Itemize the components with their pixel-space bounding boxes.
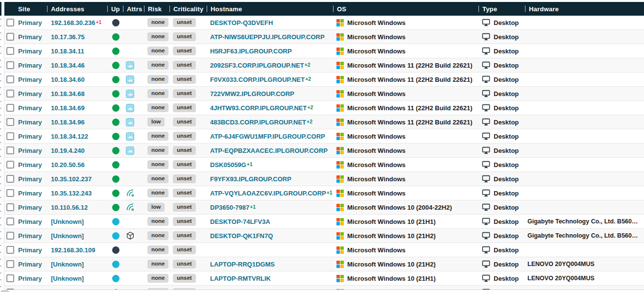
hostname-extra-count: +2 bbox=[307, 119, 312, 124]
site-link[interactable]: Primary bbox=[17, 147, 42, 154]
row-checkbox[interactable] bbox=[6, 47, 14, 55]
address-link[interactable]: 10.18.34.60 bbox=[51, 76, 85, 83]
criticality-badge: unset bbox=[173, 217, 196, 226]
row-checkbox[interactable] bbox=[6, 90, 14, 97]
row-checkbox[interactable] bbox=[6, 118, 14, 126]
address-link[interactable]: 10.18.34.46 bbox=[51, 62, 85, 69]
row-checkbox[interactable] bbox=[6, 33, 14, 41]
row-checkbox[interactable] bbox=[6, 189, 14, 197]
address-link[interactable]: 192.168.30.109 bbox=[51, 246, 95, 254]
address-link[interactable]: [Unknown] bbox=[51, 275, 84, 282]
row-checkbox[interactable] bbox=[6, 175, 14, 183]
address-link[interactable]: 10.35.132.243 bbox=[51, 190, 92, 197]
attrs-cell bbox=[123, 215, 144, 228]
site-link[interactable]: Primary bbox=[17, 90, 42, 97]
hostname-link[interactable]: DESKTOP-QK1FN7Q bbox=[210, 232, 273, 240]
hostname-link[interactable]: ATP-6J4FGWU1MFP.IPLGROUP.CORP bbox=[210, 133, 325, 140]
address-link[interactable]: 10.110.56.12 bbox=[51, 204, 88, 211]
row-checkbox[interactable] bbox=[6, 218, 14, 225]
hostname-link[interactable]: F9YFX93.IPLGROUP.CORP bbox=[210, 175, 291, 183]
hostname-link[interactable]: LAPTOP-RMTVRLIK bbox=[210, 275, 271, 282]
windows-logo-icon bbox=[336, 147, 344, 154]
up-status-dot-icon bbox=[112, 204, 119, 211]
address-link[interactable]: 10.18.34.96 bbox=[51, 119, 85, 126]
column-header-os-label[interactable]: OS bbox=[333, 5, 346, 13]
hostname-link[interactable]: 483BCD3.CORP.IPLGROUP.NET bbox=[210, 119, 306, 126]
hostname-link[interactable]: ATP-NIWS6UEPPJU.IPLGROUP.CORP bbox=[210, 33, 325, 41]
hostname-link[interactable]: LAPTOP-RRQ1DGMS bbox=[210, 261, 275, 268]
hostname-link[interactable]: ATP-EQPBZXAACEC.IPLGROUP.CORP bbox=[210, 147, 328, 154]
hostname-link[interactable]: F0VX033.CORP.IPLGROUP.NET bbox=[210, 76, 305, 83]
hostname-link[interactable]: DESKTOP-Q3DVEFH bbox=[210, 19, 273, 26]
site-link[interactable]: Primary bbox=[17, 218, 42, 225]
address-link[interactable]: [Unknown] bbox=[51, 218, 84, 225]
column-header-site-label[interactable]: Site bbox=[17, 5, 30, 13]
hostname-link[interactable]: H5RJF63.IPLGROUP.CORP bbox=[210, 48, 292, 55]
up-cell bbox=[107, 172, 123, 186]
row-checkbox[interactable] bbox=[6, 146, 14, 154]
column-header-addresses-label[interactable]: Addresses bbox=[47, 5, 84, 13]
criticality-badge: unset bbox=[173, 118, 196, 126]
row-checkbox[interactable] bbox=[6, 161, 14, 169]
hostname-link[interactable]: DP3650-7987 bbox=[210, 204, 249, 211]
row-checkbox[interactable] bbox=[6, 75, 14, 83]
column-header-hostname-label[interactable]: Hostname bbox=[207, 5, 242, 13]
address-link[interactable]: 10.18.34.122 bbox=[51, 133, 88, 140]
hostname-link[interactable]: DESKTOP-74LFV3A bbox=[210, 218, 270, 225]
row-select-cell bbox=[4, 44, 17, 58]
row-checkbox[interactable] bbox=[6, 132, 14, 140]
table-row: Primary 10.18.34.122 ☁ none unset ATP-6J… bbox=[4, 129, 644, 144]
row-checkbox[interactable] bbox=[6, 274, 14, 282]
address-link[interactable]: 10.18.34.69 bbox=[51, 104, 85, 112]
site-link[interactable]: Primary bbox=[17, 261, 42, 268]
site-link[interactable]: Primary bbox=[17, 204, 42, 211]
column-header-hardware-label[interactable]: Hardware bbox=[525, 5, 559, 13]
column-header-type-label[interactable]: Type bbox=[478, 5, 497, 13]
criticality-badge: unset bbox=[173, 260, 196, 268]
hostname-link[interactable]: 722VMW2.IPLGROUP.CORP bbox=[210, 90, 294, 97]
site-link[interactable]: Primary bbox=[17, 133, 42, 140]
site-link[interactable]: Primary bbox=[17, 175, 42, 183]
row-checkbox[interactable] bbox=[6, 246, 14, 254]
address-link[interactable]: 10.20.50.56 bbox=[51, 161, 85, 169]
address-link[interactable]: [Unknown] bbox=[51, 261, 84, 268]
row-checkbox[interactable] bbox=[6, 260, 14, 268]
row-checkbox[interactable] bbox=[6, 61, 14, 69]
row-checkbox[interactable] bbox=[6, 19, 14, 26]
attrs-cell bbox=[123, 200, 144, 214]
site-link[interactable]: Primary bbox=[17, 232, 42, 240]
column-header-risk-label[interactable]: Risk bbox=[144, 5, 162, 13]
address-link[interactable]: [Unknown] bbox=[51, 232, 84, 240]
hostname-link[interactable]: 2092SF3.CORP.IPLGROUP.NET bbox=[210, 62, 304, 69]
site-link[interactable]: Primary bbox=[17, 275, 42, 282]
column-header-attrs-label[interactable]: Attrs bbox=[123, 5, 142, 13]
column-header-type: Type bbox=[478, 2, 525, 16]
site-link[interactable]: Primary bbox=[17, 76, 42, 83]
site-link[interactable]: Primary bbox=[17, 62, 42, 69]
row-checkbox[interactable] bbox=[6, 104, 14, 112]
criticality-cell: unset bbox=[169, 172, 207, 186]
address-link[interactable]: 10.35.102.237 bbox=[51, 175, 92, 183]
site-link[interactable]: Primary bbox=[17, 104, 42, 112]
site-link[interactable]: Primary bbox=[17, 161, 42, 169]
site-link[interactable]: Primary bbox=[17, 19, 42, 26]
site-link[interactable]: Primary bbox=[17, 33, 42, 41]
column-header-criticality-label[interactable]: Criticality bbox=[169, 5, 203, 13]
hostname-link[interactable]: DSK05059G bbox=[210, 161, 246, 169]
row-checkbox[interactable] bbox=[6, 232, 14, 240]
site-link[interactable]: Primary bbox=[17, 190, 42, 197]
address-link[interactable]: 10.18.34.68 bbox=[51, 90, 85, 97]
hostname-link[interactable]: ATP-VQYLAOAZC6V.IPLGROUP.CORP bbox=[210, 190, 326, 197]
site-link[interactable]: Primary bbox=[17, 48, 42, 55]
address-link[interactable]: 10.17.36.75 bbox=[51, 33, 85, 41]
address-link[interactable]: 192.168.30.236 bbox=[51, 19, 95, 26]
risk-badge: none bbox=[147, 160, 168, 169]
address-link[interactable]: 10.18.34.11 bbox=[51, 48, 84, 55]
site-link[interactable]: Primary bbox=[17, 246, 42, 254]
hostname-link[interactable]: 4JHTW93.CORP.IPLGROUP.NET bbox=[210, 104, 307, 112]
site-link[interactable]: Primary bbox=[17, 119, 42, 126]
address-link[interactable]: 10.19.4.240 bbox=[51, 147, 85, 154]
row-checkbox[interactable] bbox=[6, 203, 14, 211]
column-header-up-label[interactable]: Up bbox=[107, 5, 120, 13]
hostname-cell: 483BCD3.CORP.IPLGROUP.NET+2 bbox=[207, 115, 333, 129]
